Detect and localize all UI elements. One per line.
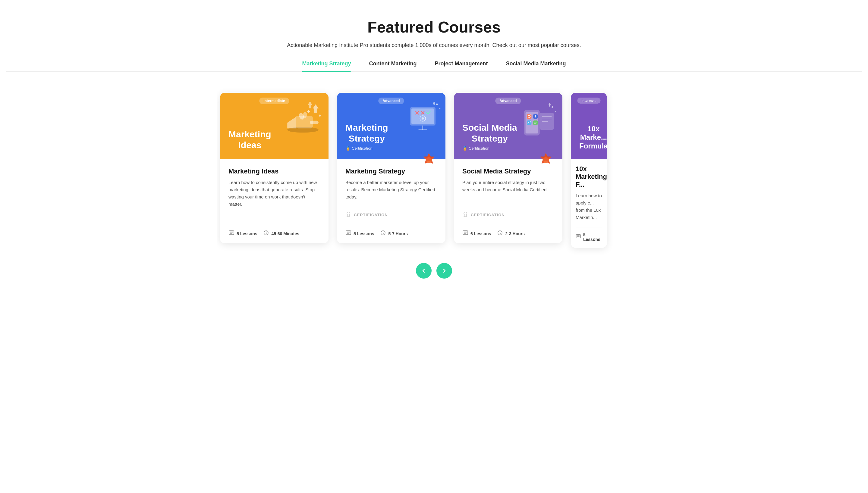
svg-marker-2 [287,117,296,129]
svg-point-50 [552,106,553,108]
card-marketing-ideas[interactable]: Intermediate [220,93,329,243]
page-subtitle: Actionable Marketing Institute Pro stude… [6,42,862,48]
card-title-marketing-ideas: Marketing Ideas [228,168,320,175]
card-body-10x-marketing: 10x Marketing F... Learn how to apply c.… [571,159,607,248]
svg-point-22 [422,117,424,120]
card-footer-marketing-ideas: 5 Lessons 45-60 Minutes [228,225,320,237]
clock-icon-3 [497,230,503,237]
card-duration-marketing-ideas: 45-60 Minutes [263,230,299,237]
card-10x-marketing[interactable]: Interme... 10x Marke...Formula 10x Marke… [571,93,607,248]
card-social-media-strategy[interactable]: Advanced f [454,93,562,243]
svg-point-41 [531,114,531,115]
lessons-icon-3 [462,230,468,237]
nav-buttons [6,263,862,279]
card-badge-marketing-ideas: Intermediate [259,98,289,104]
card-marketing-strategy[interactable]: Advanced [337,93,446,243]
tabs-nav: Marketing Strategy Content Marketing Pro… [6,61,862,72]
illustration-social-media: f [517,96,559,144]
card-duration-social-media-strategy: 2-3 Hours [497,230,525,237]
card-certification-social-media-strategy: CERTIFICATION [462,211,554,219]
card-img-marketing-strategy: Advanced [337,93,446,159]
svg-point-31 [347,212,350,215]
prev-button[interactable] [416,263,432,279]
cert-badge-social-media-strategy [538,152,554,172]
lessons-text-10x: 5 Lessons [583,232,602,242]
cert-icon-social-media [462,211,468,219]
card-lessons-10x: 5 Lessons [576,232,602,242]
card-title-10x-marketing: 10x Marketing F... [576,165,602,189]
card-desc-social-media-strategy: Plan your entire social strategy in just… [462,179,554,206]
card-img-title-10x-marketing: 10x Marke...Formula [579,125,607,151]
card-badge-10x-marketing: Interme... [577,98,601,104]
tab-social-media-marketing[interactable]: Social Media Marketing [506,61,566,71]
card-lessons-marketing-ideas: 5 Lessons [228,230,257,237]
card-lessons-social-media-strategy: 6 Lessons [462,230,491,237]
clock-icon [263,230,269,237]
svg-marker-51 [549,103,551,107]
lessons-icon-2 [345,230,351,237]
tab-project-management[interactable]: Project Management [435,61,488,71]
cards-container: Intermediate [217,87,651,257]
svg-rect-45 [533,121,538,125]
card-body-social-media-strategy: Social Media Strategy Plan your entire s… [454,159,562,243]
svg-text:f: f [535,115,536,118]
cert-badge-marketing-strategy [421,152,437,172]
svg-point-56 [464,212,467,215]
svg-marker-27 [433,102,435,105]
card-badge-social-media-strategy: Advanced [495,98,521,104]
svg-point-26 [439,108,440,109]
card-img-10x-marketing: Interme... 10x Marke...Formula [571,93,607,159]
card-badge-marketing-strategy: Advanced [378,98,404,104]
card-img-title-marketing-strategy: MarketingStrategy [345,122,388,144]
cert-icon-marketing-strategy [345,211,351,219]
card-duration-marketing-strategy: 5-7 Hours [380,230,408,237]
svg-rect-3 [310,121,318,124]
card-footer-marketing-strategy: 5 Lessons 5-7 Hours [345,225,437,237]
card-body-marketing-ideas: Marketing Ideas Learn how to consistentl… [220,159,329,243]
card-lessons-marketing-strategy: 5 Lessons [345,230,374,237]
lessons-icon-4 [576,234,581,241]
svg-marker-7 [319,114,321,117]
card-img-title-social-media-strategy: Social MediaStrategy [462,122,517,144]
tab-content-marketing[interactable]: Content Marketing [369,61,416,71]
lessons-icon [228,230,234,237]
card-footer-social-media-strategy: 6 Lessons 2-3 Hours [462,225,554,237]
clock-icon-2 [380,230,386,237]
tab-marketing-strategy[interactable]: Marketing Strategy [302,61,351,71]
card-certification-marketing-strategy: CERTIFICATION [345,211,437,219]
page-wrapper: Featured Courses Actionable Marketing In… [0,0,868,303]
card-img-social-media-strategy: Advanced f [454,93,562,159]
svg-marker-6 [307,110,310,113]
card-img-marketing-ideas: Intermediate [220,93,329,159]
card-body-marketing-strategy: Marketing Strategy Become a better marke… [337,159,446,243]
card-img-title-marketing-ideas: MarketingIdeas [228,129,271,151]
illustration-marketing-strategy [400,96,442,144]
svg-marker-4 [313,104,318,113]
card-img-subtitle-social-media-strategy: 🏅 Certification [462,146,517,151]
card-desc-10x-marketing: Learn how to apply c... from the 10x Mar… [576,192,602,221]
card-desc-marketing-strategy: Become a better marketer & level up your… [345,179,437,206]
svg-point-25 [436,103,438,105]
svg-marker-5 [308,102,312,108]
card-img-subtitle-marketing-strategy: 🏅 Certification [345,146,388,151]
page-title: Featured Courses [6,18,862,36]
card-desc-marketing-ideas: Learn how to consistently come up with n… [228,179,320,219]
next-button[interactable] [436,263,452,279]
svg-point-52 [555,111,556,112]
